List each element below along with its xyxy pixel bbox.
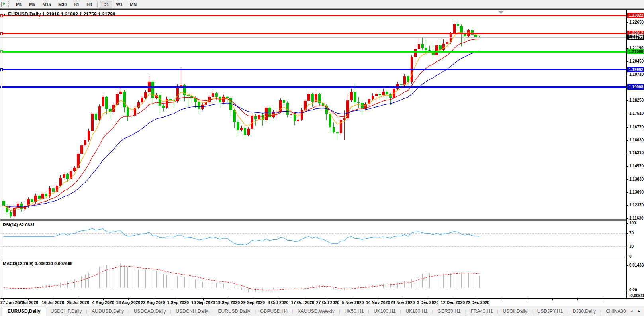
pane-separator[interactable] — [0, 258, 626, 258]
tab-instrument[interactable]: USDCAD,Daily — [129, 308, 170, 314]
macd-indicator-label: MACD(12,26,9) 0.006330 0.007668 — [3, 261, 72, 266]
macd-axis-label: 0.00 — [629, 288, 637, 292]
macd-axis-label: 0.014384 — [629, 263, 644, 267]
tab-instrument[interactable]: GBPUSD,H4 — [256, 308, 292, 314]
price-axis-tick — [627, 127, 628, 128]
tab-instrument[interactable]: USDCHF,Daily — [46, 308, 86, 314]
scroll-tabs-left-icon[interactable]: ◄ — [630, 309, 633, 313]
price-axis[interactable]: 1.226501.211901.204501.197101.182501.175… — [626, 9, 644, 298]
time-axis-label: 24 Nov 2020 — [391, 300, 415, 305]
time-axis-label: 22 Dec 2020 — [466, 300, 489, 305]
scroll-tabs-right-icon[interactable]: ► — [637, 309, 641, 313]
tab-instrument[interactable]: HK50,H1 — [340, 308, 368, 314]
price-axis-label: 1.16770 — [629, 125, 644, 129]
tab-instrument[interactable]: GER30,H1 — [433, 308, 465, 314]
tab-instrument[interactable]: XAUUSD,Weekly — [293, 308, 339, 314]
price-axis-label: 1.14570 — [629, 164, 644, 168]
tab-instrument-active[interactable]: EURUSD,Daily — [2, 307, 46, 316]
price-axis-tick — [627, 48, 628, 49]
macd-axis-tick — [627, 296, 628, 296]
timeframe-button-h4[interactable]: H4 — [83, 1, 95, 8]
chart-title-text: EURUSD,Daily 1.21818 1.21882 1.21759 1.2… — [8, 12, 115, 17]
price-axis-label: 1.16030 — [629, 138, 644, 142]
pane-separator[interactable] — [0, 220, 626, 221]
tab-instrument[interactable]: DJ30,Daily — [568, 308, 600, 314]
price-axis-label: 1.11630 — [629, 216, 644, 220]
tab-instrument[interactable]: EURUSD,Daily — [214, 308, 255, 314]
main-chart-canvas[interactable] — [0, 9, 626, 219]
toolbar-grip[interactable] — [8, 1, 10, 7]
time-axis-label: 7 Jul 2020 — [18, 300, 38, 305]
time-axis-tick — [603, 299, 603, 300]
price-axis-label: 1.17510 — [629, 111, 644, 116]
current-price-badge: 1.21799 — [627, 35, 644, 40]
tab-instrument[interactable]: USOil,Daily — [498, 308, 531, 314]
rsi-axis-label: 100 — [629, 221, 636, 225]
price-axis-tick — [627, 205, 628, 206]
price-axis-tick — [627, 61, 628, 62]
price-level-badge: 1.19992 — [627, 67, 644, 72]
timeframe-button-d1[interactable]: D1 — [100, 1, 112, 8]
timeframe-button-m15[interactable]: M15 — [39, 1, 54, 8]
price-axis-label: 1.15310 — [629, 151, 644, 155]
macd-axis-label: -0.005394 — [629, 294, 644, 298]
price-level-badge: 1.23022 — [627, 13, 644, 18]
macd-axis-tick — [627, 265, 628, 266]
timeframe-button-m1[interactable]: M1 — [13, 1, 25, 8]
price-axis-tick — [627, 179, 628, 180]
rsi-axis-label: 70 — [629, 231, 634, 235]
time-axis-label: 4 Aug 2020 — [92, 300, 114, 305]
price-axis-tick — [627, 114, 628, 114]
timeframe-button-h1[interactable]: H1 — [70, 1, 82, 8]
tab-instrument[interactable]: FRA40,H1 — [466, 308, 497, 314]
tab-instrument[interactable]: UK100,H1 — [401, 308, 432, 314]
tab-scroll-arrows: ◄ ► — [626, 306, 644, 316]
rsi-indicator-label: RSI(14) 62.0631 — [3, 222, 35, 227]
macd-axis-tick — [627, 290, 628, 290]
price-axis-label: 1.20450 — [629, 59, 644, 63]
pane-separator[interactable] — [0, 259, 626, 259]
pane-separator[interactable] — [0, 219, 626, 220]
toolbar-separator — [97, 1, 98, 7]
price-axis-tick — [627, 75, 628, 75]
rsi-axis-label: 30 — [629, 244, 634, 249]
price-axis-label: 1.13830 — [629, 177, 644, 181]
rsi-axis-tick — [627, 223, 628, 224]
rsi-axis-tick — [627, 247, 628, 247]
timeframe-button-m30[interactable]: M30 — [55, 1, 70, 8]
time-axis-tick — [503, 299, 503, 300]
time-axis-label: 29 Sep 2020 — [241, 300, 265, 305]
price-level-badge: 1.19008 — [627, 84, 644, 90]
time-axis-label: 22 Aug 2020 — [141, 300, 165, 305]
price-axis-tick — [627, 100, 628, 101]
collapse-triangle-icon[interactable]: ▼ — [3, 13, 6, 16]
time-axis-label: 17 Oct 2020 — [291, 300, 314, 305]
time-axis-label: 12 Dec 2020 — [441, 300, 465, 305]
price-axis-tick — [627, 140, 628, 141]
macd-pane-canvas[interactable] — [0, 259, 626, 298]
rsi-pane-canvas[interactable] — [0, 221, 626, 258]
price-axis-tick — [627, 22, 628, 23]
price-axis-label: 1.19710 — [629, 72, 644, 77]
tab-instrument[interactable]: USDCNH,Daily — [171, 308, 212, 314]
mt4-trading-platform: ▼ M1M5M15M30H1H4D1W1MN ▼ EURUSD,Daily 1.… — [0, 0, 644, 316]
timeframe-button-m5[interactable]: M5 — [26, 1, 38, 8]
price-axis-tick — [627, 192, 628, 193]
tab-instrument[interactable]: UK100,H1 — [369, 308, 400, 314]
time-axis-label: 3 Dec 2020 — [417, 300, 438, 305]
time-axis-label: 25 Jul 2020 — [67, 300, 89, 305]
tab-instrument[interactable]: AUDUSD,Daily — [87, 308, 128, 314]
price-axis-label: 1.13090 — [629, 190, 644, 194]
time-axis-label: 14 Nov 2020 — [366, 300, 390, 305]
time-axis-line — [0, 298, 644, 299]
time-axis[interactable]: 27 Jun 20207 Jul 202016 Jul 202025 Jul 2… — [0, 299, 626, 306]
time-axis-label: 1 Sep 2020 — [167, 300, 189, 305]
time-axis-label: 27 Oct 2020 — [316, 300, 339, 305]
timeframe-button-mn[interactable]: MN — [127, 1, 140, 8]
time-axis-tick — [577, 299, 578, 300]
price-axis-label: 1.12370 — [629, 203, 644, 207]
price-axis-label: 1.22650 — [629, 20, 644, 24]
timeframe-button-w1[interactable]: W1 — [113, 1, 126, 8]
timeframes-toolbar: ▼ M1M5M15M30H1H4D1W1MN — [0, 0, 644, 9]
tab-instrument[interactable]: USDJPY,H1 — [533, 308, 567, 314]
